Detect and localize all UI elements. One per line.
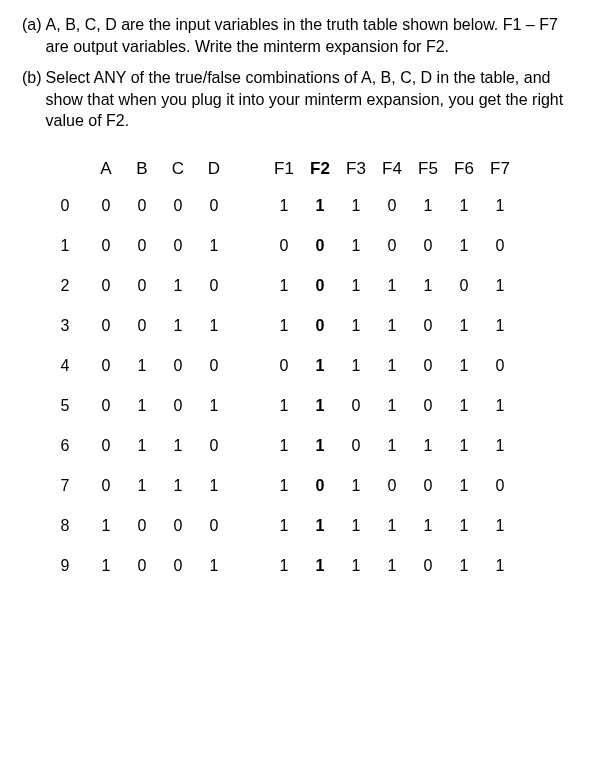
row-index: 4 bbox=[52, 346, 88, 386]
input-cell: 0 bbox=[124, 266, 160, 306]
output-cell: 0 bbox=[374, 466, 410, 506]
output-cell: 0 bbox=[410, 546, 446, 586]
output-cell: 1 bbox=[338, 466, 374, 506]
row-index: 0 bbox=[52, 186, 88, 226]
table-row: 601101101111 bbox=[52, 426, 518, 466]
gap-cell bbox=[232, 466, 266, 506]
output-cell: 1 bbox=[266, 506, 302, 546]
output-cell: 1 bbox=[266, 466, 302, 506]
input-cell: 1 bbox=[196, 546, 232, 586]
input-cell: 1 bbox=[160, 426, 196, 466]
input-cell: 0 bbox=[88, 386, 124, 426]
table-row: 200101011101 bbox=[52, 266, 518, 306]
input-cell: 1 bbox=[124, 386, 160, 426]
gap-cell bbox=[232, 186, 266, 226]
input-cell: 0 bbox=[88, 306, 124, 346]
header-gap bbox=[232, 152, 266, 186]
input-cell: 1 bbox=[88, 506, 124, 546]
input-cell: 1 bbox=[160, 466, 196, 506]
input-cell: 0 bbox=[88, 226, 124, 266]
input-cell: 1 bbox=[196, 306, 232, 346]
truth-table-container: A B C D F1 F2 F3 F4 F5 F6 F7 00000111011… bbox=[22, 152, 574, 586]
output-cell: 1 bbox=[446, 426, 482, 466]
table-row: 501011101011 bbox=[52, 386, 518, 426]
output-cell: 1 bbox=[410, 266, 446, 306]
header-C: C bbox=[160, 152, 196, 186]
header-A: A bbox=[88, 152, 124, 186]
output-cell: 0 bbox=[410, 466, 446, 506]
output-cell: 1 bbox=[482, 266, 518, 306]
input-cell: 0 bbox=[160, 226, 196, 266]
output-cell: 1 bbox=[302, 426, 338, 466]
header-F1: F1 bbox=[266, 152, 302, 186]
output-cell: 1 bbox=[302, 546, 338, 586]
header-B: B bbox=[124, 152, 160, 186]
table-row: 810001111111 bbox=[52, 506, 518, 546]
row-index: 3 bbox=[52, 306, 88, 346]
output-cell: 1 bbox=[374, 266, 410, 306]
problem-b: (b) Select ANY of the true/false combina… bbox=[22, 67, 574, 132]
output-cell: 0 bbox=[338, 386, 374, 426]
output-cell: 1 bbox=[266, 546, 302, 586]
output-cell: 1 bbox=[374, 306, 410, 346]
input-cell: 0 bbox=[88, 266, 124, 306]
output-cell: 0 bbox=[374, 186, 410, 226]
table-row: 000001110111 bbox=[52, 186, 518, 226]
output-cell: 1 bbox=[446, 186, 482, 226]
input-cell: 1 bbox=[160, 306, 196, 346]
gap-cell bbox=[232, 546, 266, 586]
table-row: 100010010010 bbox=[52, 226, 518, 266]
header-F5: F5 bbox=[410, 152, 446, 186]
output-cell: 0 bbox=[482, 226, 518, 266]
gap-cell bbox=[232, 346, 266, 386]
output-cell: 1 bbox=[266, 306, 302, 346]
output-cell: 0 bbox=[410, 306, 446, 346]
header-F3: F3 bbox=[338, 152, 374, 186]
output-cell: 1 bbox=[266, 386, 302, 426]
gap-cell bbox=[232, 266, 266, 306]
gap-cell bbox=[232, 386, 266, 426]
table-row: 701111010010 bbox=[52, 466, 518, 506]
table-row: 910011111011 bbox=[52, 546, 518, 586]
output-cell: 0 bbox=[482, 466, 518, 506]
output-cell: 1 bbox=[266, 186, 302, 226]
input-cell: 0 bbox=[196, 426, 232, 466]
output-cell: 1 bbox=[338, 306, 374, 346]
header-F6: F6 bbox=[446, 152, 482, 186]
table-row: 401000111010 bbox=[52, 346, 518, 386]
output-cell: 1 bbox=[374, 426, 410, 466]
input-cell: 1 bbox=[124, 426, 160, 466]
output-cell: 0 bbox=[302, 226, 338, 266]
output-cell: 1 bbox=[482, 186, 518, 226]
input-cell: 0 bbox=[160, 546, 196, 586]
gap-cell bbox=[232, 226, 266, 266]
problem-a-label: (a) bbox=[22, 14, 46, 57]
output-cell: 1 bbox=[482, 506, 518, 546]
output-cell: 1 bbox=[302, 506, 338, 546]
output-cell: 1 bbox=[446, 466, 482, 506]
output-cell: 1 bbox=[482, 386, 518, 426]
row-index: 5 bbox=[52, 386, 88, 426]
input-cell: 0 bbox=[124, 306, 160, 346]
output-cell: 0 bbox=[302, 266, 338, 306]
input-cell: 1 bbox=[124, 346, 160, 386]
table-header-row: A B C D F1 F2 F3 F4 F5 F6 F7 bbox=[52, 152, 518, 186]
output-cell: 0 bbox=[302, 306, 338, 346]
input-cell: 0 bbox=[124, 546, 160, 586]
output-cell: 1 bbox=[302, 186, 338, 226]
problem-b-label: (b) bbox=[22, 67, 46, 132]
truth-table: A B C D F1 F2 F3 F4 F5 F6 F7 00000111011… bbox=[52, 152, 518, 586]
output-cell: 1 bbox=[338, 186, 374, 226]
row-index: 8 bbox=[52, 506, 88, 546]
input-cell: 0 bbox=[196, 346, 232, 386]
output-cell: 1 bbox=[374, 506, 410, 546]
output-cell: 1 bbox=[338, 546, 374, 586]
gap-cell bbox=[232, 426, 266, 466]
input-cell: 0 bbox=[88, 186, 124, 226]
header-F7: F7 bbox=[482, 152, 518, 186]
output-cell: 1 bbox=[446, 346, 482, 386]
output-cell: 1 bbox=[302, 346, 338, 386]
output-cell: 1 bbox=[446, 306, 482, 346]
row-index: 7 bbox=[52, 466, 88, 506]
output-cell: 1 bbox=[446, 386, 482, 426]
